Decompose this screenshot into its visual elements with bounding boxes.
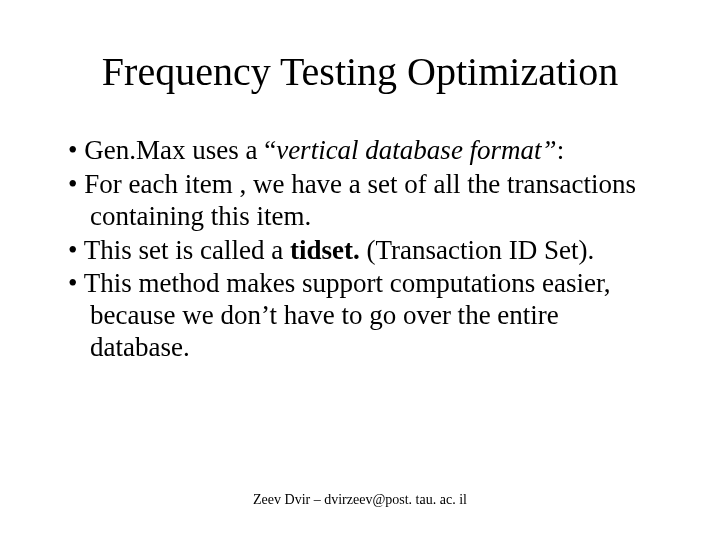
bullet-text-emph: vertical database format”	[276, 135, 556, 165]
bullet-list: Gen.Max uses a “vertical database format…	[60, 135, 660, 364]
bullet-text-pre: Gen.Max uses a “	[84, 135, 276, 165]
slide-title: Frequency Testing Optimization	[60, 48, 660, 95]
list-item: Gen.Max uses a “vertical database format…	[68, 135, 652, 167]
bullet-text-pre: This method makes support computations e…	[84, 268, 611, 362]
slide: Frequency Testing Optimization Gen.Max u…	[0, 0, 720, 540]
bullet-text-pre: For each item , we have a set of all the…	[84, 169, 636, 231]
bullet-text-post: (Transaction ID Set).	[360, 235, 594, 265]
list-item: For each item , we have a set of all the…	[68, 169, 652, 233]
slide-footer: Zeev Dvir – dvirzeev@post. tau. ac. il	[0, 492, 720, 508]
list-item: This method makes support computations e…	[68, 268, 652, 364]
bullet-text-bold: tidset.	[290, 235, 360, 265]
bullet-text-post: :	[557, 135, 565, 165]
bullet-text-pre: This set is called a	[84, 235, 290, 265]
list-item: This set is called a tidset. (Transactio…	[68, 235, 652, 267]
